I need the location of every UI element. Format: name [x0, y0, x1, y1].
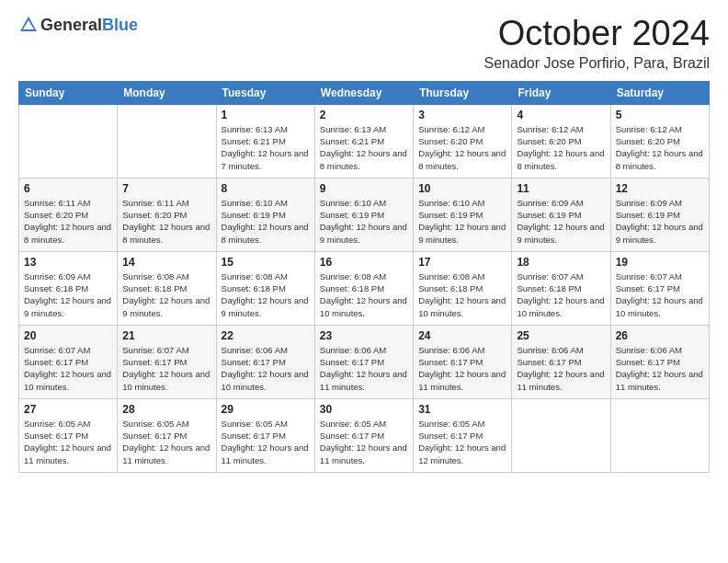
day-number: 6 [24, 182, 112, 195]
day-info: Sunrise: 6:06 AMSunset: 6:17 PMDaylight:… [418, 344, 506, 393]
day-number: 21 [122, 329, 210, 342]
day-info: Sunrise: 6:10 AMSunset: 6:19 PMDaylight:… [320, 197, 408, 246]
day-info: Sunrise: 6:09 AMSunset: 6:18 PMDaylight:… [24, 270, 112, 319]
day-number: 14 [122, 256, 210, 269]
month-title: October 2024 [484, 15, 710, 53]
day-number: 5 [616, 109, 704, 121]
weekday-thursday: Thursday [414, 81, 512, 104]
day-info: Sunrise: 6:13 AMSunset: 6:21 PMDaylight:… [320, 123, 408, 172]
day-info: Sunrise: 6:09 AMSunset: 6:19 PMDaylight:… [517, 197, 605, 246]
calendar-cell: 9Sunrise: 6:10 AMSunset: 6:19 PMDaylight… [314, 178, 413, 251]
logo-blue-text: Blue [102, 16, 138, 35]
calendar-cell: 21Sunrise: 6:07 AMSunset: 6:17 PMDayligh… [118, 325, 216, 398]
day-number: 1 [222, 109, 310, 121]
day-info: Sunrise: 6:07 AMSunset: 6:17 PMDaylight:… [24, 344, 112, 393]
day-info: Sunrise: 6:06 AMSunset: 6:17 PMDaylight:… [222, 344, 310, 393]
day-info: Sunrise: 6:08 AMSunset: 6:18 PMDaylight:… [122, 270, 210, 319]
weekday-header-row: SundayMondayTuesdayWednesdayThursdayFrid… [19, 81, 710, 104]
day-number: 13 [24, 256, 112, 269]
day-info: Sunrise: 6:12 AMSunset: 6:20 PMDaylight:… [418, 123, 506, 172]
calendar-cell: 31Sunrise: 6:05 AMSunset: 6:17 PMDayligh… [414, 398, 512, 472]
day-info: Sunrise: 6:07 AMSunset: 6:17 PMDaylight:… [122, 344, 210, 393]
weekday-monday: Monday [118, 81, 216, 104]
day-number: 31 [418, 403, 506, 416]
logo-general-text: General [40, 16, 102, 35]
calendar-cell: 11Sunrise: 6:09 AMSunset: 6:19 PMDayligh… [512, 178, 610, 251]
day-number: 23 [320, 329, 408, 342]
weekday-friday: Friday [512, 81, 610, 104]
day-info: Sunrise: 6:05 AMSunset: 6:17 PMDaylight:… [418, 418, 506, 466]
calendar-cell: 24Sunrise: 6:06 AMSunset: 6:17 PMDayligh… [414, 325, 512, 398]
calendar-cell: 19Sunrise: 6:07 AMSunset: 6:17 PMDayligh… [610, 251, 709, 325]
page-header: GeneralBlue October 2024 Senador Jose Po… [18, 15, 710, 72]
day-info: Sunrise: 6:07 AMSunset: 6:17 PMDaylight:… [616, 270, 704, 319]
day-number: 2 [320, 109, 408, 121]
day-info: Sunrise: 6:12 AMSunset: 6:20 PMDaylight:… [616, 123, 704, 172]
day-number: 11 [517, 182, 605, 195]
day-number: 28 [122, 403, 210, 416]
day-info: Sunrise: 6:08 AMSunset: 6:18 PMDaylight:… [418, 270, 506, 319]
day-info: Sunrise: 6:10 AMSunset: 6:19 PMDaylight:… [222, 197, 310, 246]
calendar-cell: 22Sunrise: 6:06 AMSunset: 6:17 PMDayligh… [216, 325, 314, 398]
calendar-cell: 1Sunrise: 6:13 AMSunset: 6:21 PMDaylight… [216, 104, 314, 178]
day-info: Sunrise: 6:07 AMSunset: 6:18 PMDaylight:… [517, 270, 605, 319]
calendar-week-4: 20Sunrise: 6:07 AMSunset: 6:17 PMDayligh… [19, 325, 710, 398]
day-number: 15 [222, 256, 310, 269]
day-number: 24 [418, 329, 506, 342]
calendar-cell: 30Sunrise: 6:05 AMSunset: 6:17 PMDayligh… [314, 398, 413, 472]
calendar-cell: 7Sunrise: 6:11 AMSunset: 6:20 PMDaylight… [118, 178, 216, 251]
calendar-cell: 29Sunrise: 6:05 AMSunset: 6:17 PMDayligh… [216, 398, 314, 472]
day-number: 26 [616, 329, 704, 342]
calendar-cell: 5Sunrise: 6:12 AMSunset: 6:20 PMDaylight… [610, 104, 709, 178]
day-number: 19 [616, 256, 704, 269]
day-number: 22 [222, 329, 310, 342]
day-number: 18 [517, 256, 605, 269]
day-number: 4 [517, 109, 605, 121]
calendar-cell: 18Sunrise: 6:07 AMSunset: 6:18 PMDayligh… [512, 251, 610, 325]
logo-icon [18, 15, 39, 35]
day-number: 20 [24, 329, 112, 342]
calendar-cell: 14Sunrise: 6:08 AMSunset: 6:18 PMDayligh… [118, 251, 216, 325]
day-number: 7 [122, 182, 210, 195]
calendar-cell: 3Sunrise: 6:12 AMSunset: 6:20 PMDaylight… [414, 104, 512, 178]
calendar-week-3: 13Sunrise: 6:09 AMSunset: 6:18 PMDayligh… [19, 251, 710, 325]
day-number: 10 [418, 182, 506, 195]
day-number: 25 [517, 329, 605, 342]
calendar-cell [512, 398, 610, 472]
calendar-cell: 4Sunrise: 6:12 AMSunset: 6:20 PMDaylight… [512, 104, 610, 178]
day-info: Sunrise: 6:05 AMSunset: 6:17 PMDaylight:… [24, 418, 112, 466]
day-info: Sunrise: 6:13 AMSunset: 6:21 PMDaylight:… [222, 123, 310, 172]
day-number: 29 [222, 403, 310, 416]
day-info: Sunrise: 6:05 AMSunset: 6:17 PMDaylight:… [320, 418, 408, 466]
weekday-tuesday: Tuesday [216, 81, 314, 104]
day-number: 17 [418, 256, 506, 269]
calendar-week-2: 6Sunrise: 6:11 AMSunset: 6:20 PMDaylight… [19, 178, 710, 251]
logo: GeneralBlue [18, 15, 138, 35]
calendar-cell: 13Sunrise: 6:09 AMSunset: 6:18 PMDayligh… [19, 251, 118, 325]
calendar-body: 1Sunrise: 6:13 AMSunset: 6:21 PMDaylight… [19, 104, 710, 472]
calendar-cell [118, 104, 216, 178]
calendar-cell: 15Sunrise: 6:08 AMSunset: 6:18 PMDayligh… [216, 251, 314, 325]
calendar-cell: 2Sunrise: 6:13 AMSunset: 6:21 PMDaylight… [314, 104, 413, 178]
day-info: Sunrise: 6:08 AMSunset: 6:18 PMDaylight:… [222, 270, 310, 319]
calendar-cell: 17Sunrise: 6:08 AMSunset: 6:18 PMDayligh… [414, 251, 512, 325]
calendar-cell: 8Sunrise: 6:10 AMSunset: 6:19 PMDaylight… [216, 178, 314, 251]
weekday-saturday: Saturday [610, 81, 709, 104]
calendar-week-5: 27Sunrise: 6:05 AMSunset: 6:17 PMDayligh… [19, 398, 710, 472]
calendar-table: SundayMondayTuesdayWednesdayThursdayFrid… [18, 81, 710, 473]
day-number: 16 [320, 256, 408, 269]
day-info: Sunrise: 6:05 AMSunset: 6:17 PMDaylight:… [122, 418, 210, 466]
calendar-cell: 20Sunrise: 6:07 AMSunset: 6:17 PMDayligh… [19, 325, 118, 398]
day-info: Sunrise: 6:11 AMSunset: 6:20 PMDaylight:… [24, 197, 112, 246]
day-info: Sunrise: 6:08 AMSunset: 6:18 PMDaylight:… [320, 270, 408, 319]
day-number: 27 [24, 403, 112, 416]
day-number: 12 [616, 182, 704, 195]
calendar-cell: 6Sunrise: 6:11 AMSunset: 6:20 PMDaylight… [19, 178, 118, 251]
day-number: 3 [418, 109, 506, 121]
calendar-cell: 27Sunrise: 6:05 AMSunset: 6:17 PMDayligh… [19, 398, 118, 472]
calendar-cell: 10Sunrise: 6:10 AMSunset: 6:19 PMDayligh… [414, 178, 512, 251]
weekday-wednesday: Wednesday [314, 81, 413, 104]
calendar-cell: 28Sunrise: 6:05 AMSunset: 6:17 PMDayligh… [118, 398, 216, 472]
day-info: Sunrise: 6:06 AMSunset: 6:17 PMDaylight:… [616, 344, 704, 393]
day-info: Sunrise: 6:10 AMSunset: 6:19 PMDaylight:… [418, 197, 506, 246]
